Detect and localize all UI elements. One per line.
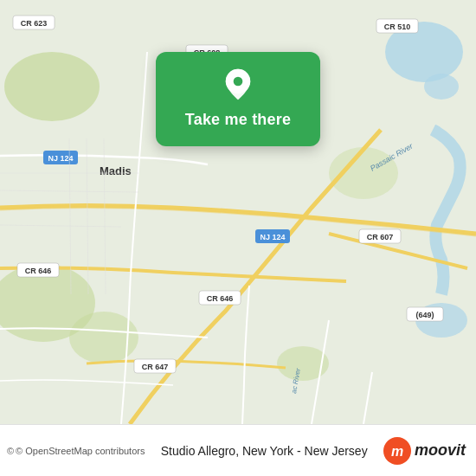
svg-text:CR 646: CR 646: [25, 267, 52, 275]
svg-text:NJ 124: NJ 124: [260, 233, 285, 241]
svg-text:CR 510: CR 510: [384, 23, 411, 31]
bottom-bar: © © OpenStreetMap contributors Studio Al…: [0, 424, 476, 476]
map-attribution: © © OpenStreetMap contributors: [7, 446, 145, 456]
take-me-there-popup[interactable]: Take me there: [156, 52, 320, 146]
svg-text:(649): (649): [415, 311, 434, 319]
take-me-there-label: Take me there: [185, 111, 291, 129]
svg-text:CR 646: CR 646: [207, 294, 234, 303]
svg-point-4: [4, 52, 100, 121]
svg-text:CR 607: CR 607: [367, 233, 394, 241]
svg-point-2: [424, 74, 459, 100]
svg-point-39: [234, 77, 243, 87]
svg-text:m: m: [391, 444, 403, 459]
svg-text:CR 647: CR 647: [142, 363, 169, 371]
location-pin-icon: [221, 68, 255, 102]
location-label: Studio Allegro, New York - New Jersey: [145, 444, 383, 458]
svg-text:CR 623: CR 623: [21, 19, 48, 28]
attribution-text: © OpenStreetMap contributors: [16, 446, 145, 456]
moovit-text: moovit: [415, 441, 466, 460]
map-area: CR 623 NJ 124 CR 608 CR 510 NJ 124 CR 64…: [0, 0, 476, 424]
copyright-symbol: ©: [7, 446, 14, 456]
moovit-logo: m moovit: [383, 437, 466, 465]
moovit-logo-icon: m: [383, 437, 411, 465]
